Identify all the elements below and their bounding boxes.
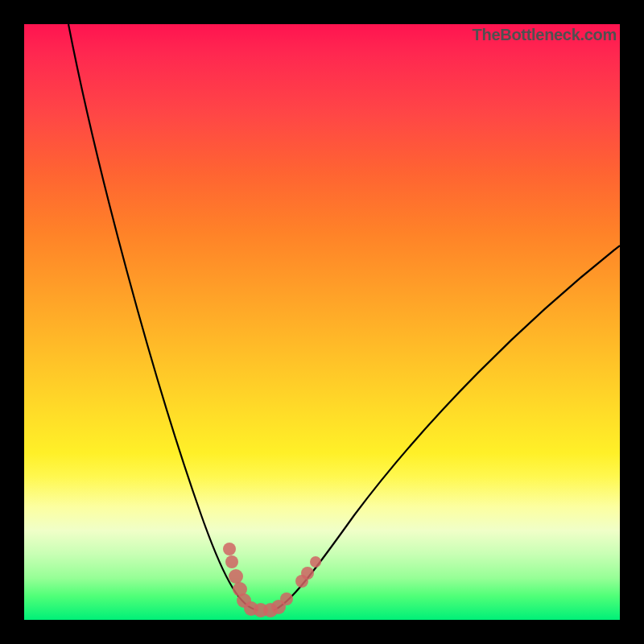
svg-point-12 — [310, 556, 321, 568]
svg-point-9 — [280, 592, 293, 605]
chart-svg — [24, 24, 620, 620]
svg-point-0 — [223, 543, 236, 555]
watermark-text: TheBottleneck.com — [473, 26, 617, 44]
descending-curve — [68, 24, 258, 610]
svg-point-11 — [301, 567, 314, 580]
marker-group — [223, 543, 321, 617]
ascending-curve — [274, 246, 620, 610]
svg-point-1 — [225, 555, 238, 568]
svg-point-2 — [229, 569, 243, 584]
